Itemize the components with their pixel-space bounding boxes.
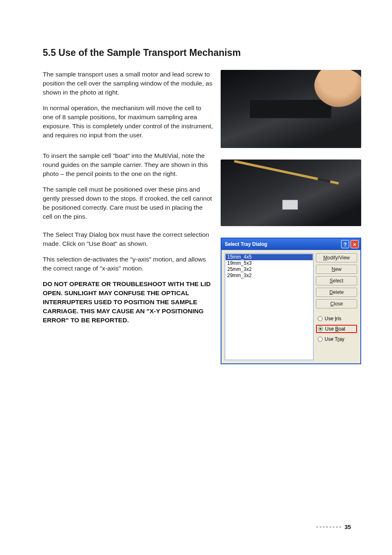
select-button[interactable]: Select <box>316 276 357 285</box>
list-item[interactable]: 19mm_5x3 <box>226 260 313 266</box>
list-item[interactable]: 25mm_3x2 <box>226 266 313 273</box>
footer-dots-icon <box>316 526 341 528</box>
radio-icon <box>318 337 323 342</box>
paragraph: The Select Tray Dialog box must have the… <box>43 230 213 248</box>
section-heading: 5.5 Use of the Sample Transport Mechanis… <box>43 47 351 58</box>
select-tray-dialog: Select Tray Dialog ? × 15mm_4x5 19mm_5x3… <box>221 238 361 364</box>
photo-sample-pins <box>221 160 361 226</box>
use-tray-radio[interactable]: Use Tray <box>316 335 357 343</box>
radio-icon <box>318 326 323 331</box>
use-iris-radio[interactable]: Use Iris <box>316 315 357 322</box>
page-footer: 35 <box>316 524 351 530</box>
warning-paragraph: DO NOT OPERATE OR TROUBLESHOOT WITH THE … <box>43 280 213 325</box>
paragraph: The sample transport uses a small motor … <box>43 70 213 97</box>
paragraph: To insert the sample cell "boat" into th… <box>43 151 213 178</box>
paragraph: The sample cell must be positioned over … <box>43 185 213 221</box>
tray-listbox[interactable]: 15mm_4x5 19mm_5x3 25mm_3x2 29mm_3x2 <box>225 253 314 360</box>
photo-sample-transport <box>221 70 361 148</box>
use-boat-radio[interactable]: Use Boat <box>316 325 357 333</box>
close-icon[interactable]: × <box>350 240 359 248</box>
delete-button[interactable]: Delete <box>316 288 357 297</box>
modify-view-button[interactable]: Modify/View <box>316 253 357 262</box>
radio-icon <box>318 316 323 321</box>
list-item[interactable]: 15mm_4x5 <box>226 254 313 260</box>
new-button[interactable]: New <box>316 265 357 274</box>
paragraph: In normal operation, the mechanism will … <box>43 104 213 140</box>
image-column: Select Tray Dialog ? × 15mm_4x5 19mm_5x3… <box>221 70 362 364</box>
help-icon[interactable]: ? <box>341 240 349 248</box>
paragraph: This selection de-activates the "y-axis"… <box>43 255 213 273</box>
dialog-titlebar: Select Tray Dialog ? × <box>221 238 360 250</box>
dialog-title-text: Select Tray Dialog <box>225 241 267 247</box>
close-button[interactable]: Close <box>316 299 357 308</box>
page-number: 35 <box>344 524 351 530</box>
text-column: The sample transport uses a small motor … <box>43 70 213 364</box>
list-item[interactable]: 29mm_3x2 <box>226 273 313 279</box>
